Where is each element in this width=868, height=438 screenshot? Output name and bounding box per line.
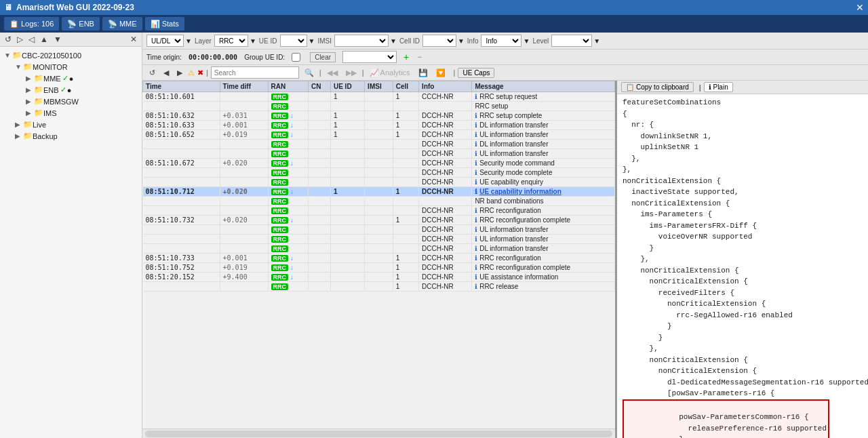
sidebar-down-btn[interactable]: ▼ [52, 34, 64, 45]
level-select[interactable] [551, 35, 592, 47]
table-row[interactable]: RRC NR band combinations [143, 197, 615, 206]
sidebar-item-live[interactable]: ▶ 📁 Live [11, 119, 142, 130]
enb-button[interactable]: 📡 ENB [62, 17, 100, 31]
ueid-select[interactable] [280, 35, 307, 47]
cell-ran: RRC [268, 178, 308, 187]
message-link[interactable]: UE capability information [479, 188, 561, 195]
cell-info [419, 102, 472, 111]
analytics-btn[interactable]: 📈 Analytics [367, 68, 413, 78]
table-row[interactable]: 08:51:10.601 RRC 1 1 CCCH-NR ℹ RRC setup… [143, 92, 615, 102]
message-text: Security mode complete [479, 169, 552, 176]
cell-info: DCCH-NR [419, 140, 472, 149]
table-row[interactable]: RRC DCCH-NR ℹ RRC reconfiguration [143, 206, 615, 216]
export-btn[interactable]: 💾 [416, 68, 431, 78]
col-ueid: UE ID [330, 81, 364, 92]
cell-cell [393, 235, 418, 244]
remove-filter-btn[interactable]: − [417, 52, 422, 62]
table-row[interactable]: 08:51:10.732 +0.020 RRC ↓ 1 DCCH-NR ℹ RR… [143, 216, 615, 225]
sidebar-item-monitor[interactable]: ▼ 📁 MONITOR [11, 61, 142, 73]
clear-button[interactable]: Clear [310, 52, 336, 62]
next-result-btn[interactable]: ▶▶ [343, 68, 359, 78]
expand-icon-enb: ▶ [26, 86, 34, 94]
cell-ran: RRC ↓ [268, 273, 308, 282]
info-icon: ℹ [475, 254, 477, 262]
cell-timediff: +0.019 [220, 130, 268, 140]
cell-cell: 1 [393, 263, 418, 273]
plain-btn[interactable]: ℹ Plain [704, 82, 733, 92]
logs-button[interactable]: 📋 Logs: 106 [4, 17, 59, 31]
table-row[interactable]: 08:51:10.672 +0.020 RRC ↓ DCCH-NR ℹ Secu… [143, 159, 615, 168]
info-icon: ℹ [475, 235, 477, 243]
rrc-badge: RRC [271, 122, 289, 129]
info-select[interactable]: Info [481, 35, 521, 47]
table-row[interactable]: RRC DCCH-NR ℹ UL information transfer [143, 149, 615, 159]
table-row[interactable]: 08:51:10.712 +0.020 RRC ↓ 1 1 DCCH-NR ℹ … [143, 187, 615, 197]
stats-button[interactable]: 📊 Stats [145, 17, 184, 31]
forward-btn[interactable]: ▶ [174, 68, 185, 78]
sidebar-item-ims[interactable]: ▶ 📁 IMS [22, 107, 142, 119]
sidebar-item-mme[interactable]: ▶ 📁 MME ✓ ● [22, 73, 142, 84]
cell-info: DCCH-NR [419, 159, 472, 168]
search-icon-btn[interactable]: 🔍 [302, 68, 317, 78]
table-row[interactable]: 08:51:10.632 +0.031 RRC ↓ 1 1 DCCH-NR ℹ … [143, 111, 615, 121]
add-filter-btn[interactable]: + [403, 52, 409, 62]
sidebar-item-mbmsgw[interactable]: ▶ 📁 MBMSGW [22, 96, 142, 107]
sidebar-item-backup[interactable]: ▶ 📁 Backup [11, 130, 142, 142]
cell-cn [308, 206, 330, 216]
mme-button[interactable]: 📡 MME [102, 17, 142, 31]
refresh-btn[interactable]: ↺ [146, 68, 158, 78]
filter-btn[interactable]: 🔽 [433, 68, 448, 78]
prev-result-btn[interactable]: ◀◀ [324, 68, 340, 78]
time-bar: Time origin: 00:00:00.000 Group UE ID: C… [142, 49, 868, 65]
cell-message: RRC setup [472, 102, 615, 111]
logs-icon: 📋 [9, 20, 19, 28]
ue-caps-btn[interactable]: UE Caps [458, 68, 494, 78]
cell-imsi [365, 282, 393, 292]
cell-time: 08:51:10.672 [143, 159, 220, 168]
cell-imsi [365, 187, 393, 197]
log-table-area: Time Time diff RAN CN UE ID IMSI Cell In… [142, 81, 617, 438]
table-row[interactable]: RRC DCCH-NR ℹ DL information transfer [143, 244, 615, 254]
uldl-select[interactable]: UL/DL UL DL [146, 35, 184, 47]
right-panel-toolbar: 📋 Copy to clipboard | ℹ Plain [617, 81, 868, 94]
table-row[interactable]: RRC DCCH-NR ℹ UL information transfer [143, 235, 615, 244]
cell-imsi [365, 102, 393, 111]
imsi-select[interactable] [334, 35, 389, 47]
sidebar-up-btn[interactable]: ▲ [38, 34, 50, 45]
sidebar-item-enb[interactable]: ▶ 📁 ENB ✓ ● [22, 84, 142, 96]
close-button[interactable]: ✕ [856, 2, 864, 13]
log-table-scroll[interactable]: Time Time diff RAN CN UE ID IMSI Cell In… [142, 81, 615, 429]
search-input[interactable] [211, 66, 299, 79]
group-ueid-checkbox[interactable] [292, 53, 300, 62]
table-row[interactable]: 08:51:10.752 +0.019 RRC ↓ 1 DCCH-NR ℹ RR… [143, 263, 615, 273]
layer-select[interactable]: RRC MAC PHY [214, 35, 248, 47]
message-text: Security mode command [479, 159, 555, 167]
sidebar-item-root[interactable]: ▼ 📁 CBC-2021050100 [0, 49, 142, 61]
table-row[interactable]: RRC 1 DCCH-NR ℹ RRC release [143, 282, 615, 292]
table-row[interactable]: 08:51:20.152 +9.400 RRC ↓ 1 DCCH-NR ℹ UE… [143, 273, 615, 282]
table-row[interactable]: RRC RRC setup [143, 102, 615, 111]
table-row[interactable]: RRC DCCH-NR ℹ Security mode complete [143, 168, 615, 178]
cell-timediff [220, 197, 268, 206]
bottom-scrollbar[interactable] [142, 429, 615, 438]
table-row[interactable]: 08:51:10.733 +0.001 RRC ↓ 1 DCCH-NR ℹ RR… [143, 254, 615, 263]
rrc-badge: RRC [271, 245, 289, 252]
table-row[interactable]: RRC DCCH-NR ℹ UE capability enquiry [143, 178, 615, 187]
sidebar-close-btn[interactable]: ✕ [128, 34, 139, 45]
cell-time: 08:51:10.752 [143, 263, 220, 273]
table-row[interactable]: RRC DCCH-NR ℹ UL information transfer [143, 225, 615, 235]
cell-cell [393, 225, 418, 235]
sidebar-expand-btn[interactable]: ▷ [15, 34, 25, 45]
table-row[interactable]: 08:51:10.633 +0.001 RRC ↓ 1 1 DCCH-NR ℹ … [143, 121, 615, 130]
horizontal-scrollbar[interactable] [145, 431, 612, 437]
cell-info: DCCH-NR [419, 244, 472, 254]
copy-clipboard-btn[interactable]: 📋 Copy to clipboard [621, 82, 694, 92]
sidebar-collapse-btn[interactable]: ◁ [26, 34, 37, 45]
table-row[interactable]: RRC DCCH-NR ℹ DL information transfer [143, 140, 615, 149]
code-area[interactable]: featureSetCombinations { nr: { downlinkS… [617, 94, 868, 438]
table-row[interactable]: 08:51:10.652 +0.019 RRC ↓ 1 1 DCCH-NR ℹ … [143, 130, 615, 140]
clear-select[interactable] [342, 51, 397, 63]
cellid-select[interactable] [422, 35, 456, 47]
sidebar-refresh-btn[interactable]: ↺ [3, 34, 14, 45]
back-btn[interactable]: ◀ [161, 68, 172, 78]
